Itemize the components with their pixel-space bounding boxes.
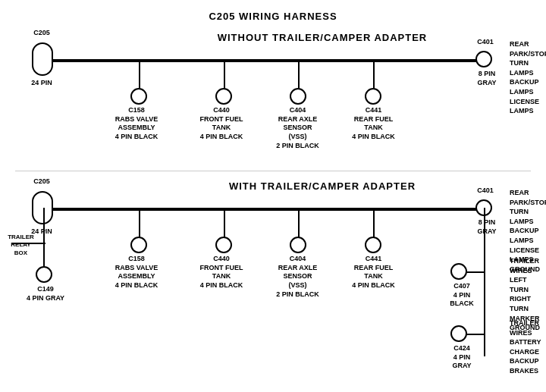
c441-stem-2 <box>373 209 375 237</box>
c440-connector-2 <box>215 237 232 253</box>
c424-h-stem <box>466 334 485 335</box>
c205-to-relay-v-stem <box>43 208 45 243</box>
c149-label: C1494 PIN GRAY <box>23 285 68 303</box>
c158-label-1: C158RABS VALVEASSEMBLY4 PIN BLACK <box>114 106 159 142</box>
c441-label-1: C441REAR FUELTANK4 PIN BLACK <box>349 106 398 142</box>
c149-v-stem <box>43 243 45 267</box>
c441-label-2: C441REAR FUELTANK4 PIN BLACK <box>349 255 398 290</box>
c404-label-2: C404REAR AXLESENSOR(VSS)2 PIN BLACK <box>273 255 322 299</box>
c205-label-1: C205 <box>23 29 61 38</box>
c158-connector-1 <box>130 88 147 105</box>
c440-label-1: C440FRONT FUELTANK4 PIN BLACK <box>199 106 244 142</box>
c205-sublabel-1: 24 PIN <box>23 79 61 88</box>
c401-connector-1 <box>475 51 492 67</box>
c424-connector <box>450 325 467 342</box>
c401-sublabel-1: 8 PINGRAY <box>468 70 506 87</box>
c158-connector-2 <box>130 237 147 253</box>
page-title: C205 WIRING HARNESS <box>0 5 546 22</box>
trailer-relay-label: TRAILERRELAYBOX <box>0 234 42 257</box>
bus-line-2 <box>46 208 485 211</box>
c149-connector <box>36 266 52 283</box>
c404-stem-1 <box>298 60 300 89</box>
c424-right-label: TRAILER WIRESBATTERY CHARGEBACKUPBRAKES <box>510 318 546 376</box>
c424-label: C4244 PINGRAY <box>447 344 477 371</box>
c440-stem-2 <box>224 209 225 237</box>
c441-connector-2 <box>365 237 381 253</box>
c205-label-2: C205 <box>23 177 61 187</box>
c158-stem-2 <box>139 209 140 237</box>
c401-right-label-1: REAR PARK/STOPTURN LAMPSBACKUP LAMPSLICE… <box>510 39 546 116</box>
c407-h-stem <box>466 271 485 273</box>
c441-stem-1 <box>373 60 375 89</box>
c205-connector-2 <box>32 191 53 224</box>
c407-connector <box>450 263 467 280</box>
c404-label-1: C404REAR AXLESENSOR(VSS)2 PIN BLACK <box>273 106 322 150</box>
diagram: C205 WIRING HARNESS WITHOUT TRAILER/CAMP… <box>0 0 546 379</box>
c404-connector-1 <box>290 88 306 105</box>
c404-stem-2 <box>298 209 300 237</box>
c205-connector-1 <box>32 42 53 76</box>
c440-stem-1 <box>224 60 225 89</box>
c404-connector-2 <box>290 237 306 253</box>
c440-label-2: C440FRONT FUELTANK4 PIN BLACK <box>199 255 244 290</box>
c401-label-2: C401 <box>470 187 500 196</box>
c158-label-2: C158RABS VALVEASSEMBLY4 PIN BLACK <box>114 255 159 290</box>
c401-sublabel-2: 8 PINGRAY <box>468 218 506 236</box>
section-divider <box>15 171 531 171</box>
bus-line-1 <box>46 59 485 62</box>
c441-connector-1 <box>365 88 381 105</box>
c440-connector-1 <box>215 88 232 105</box>
c401-label-1: C401 <box>470 38 500 47</box>
c158-stem-1 <box>139 60 140 89</box>
c407-label: C4074 PINBLACK <box>447 282 477 309</box>
